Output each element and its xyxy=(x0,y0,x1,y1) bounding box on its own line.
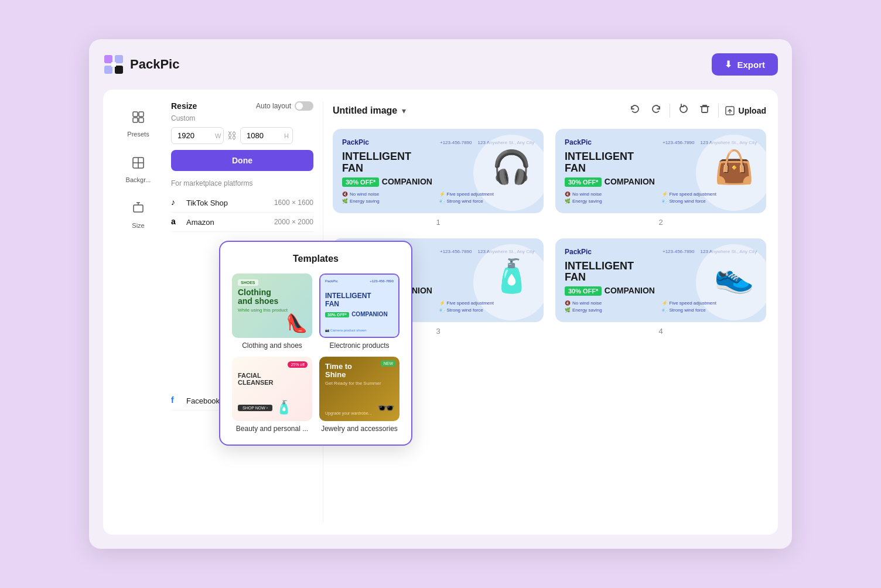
auto-layout-switch[interactable] xyxy=(295,101,313,111)
custom-label: Custom xyxy=(171,114,313,122)
card-brand-1: PackPic xyxy=(342,138,369,146)
amazon-icon: a xyxy=(171,217,182,227)
svg-rect-5 xyxy=(133,112,138,117)
jewelry-product: 🕶️ xyxy=(377,400,395,416)
template-card-jewelry[interactable]: NEW Time toShine Get Ready for the Summe… xyxy=(319,357,399,433)
header: PackPic ⬇ Export xyxy=(103,53,778,76)
height-label: H xyxy=(284,132,289,139)
chevron-down-icon: ▾ xyxy=(402,106,406,115)
tool-divider-2 xyxy=(718,104,719,118)
marketplace-label: For marketplace platforms xyxy=(171,179,313,187)
canvas-card-1[interactable]: PackPic +123-456-7890 123 Anywhere St., … xyxy=(333,129,544,213)
elec-headline: INTELLIGENTFAN 30% OFF* COMPANION xyxy=(325,292,394,318)
platform-left-amazon: a Amazon xyxy=(171,217,214,227)
card-companion-4: COMPANION xyxy=(605,286,655,295)
shoes-subtitle: While using this product xyxy=(238,307,306,313)
beauty-template-label: Beauty and personal ... xyxy=(232,425,312,433)
beauty-badge: 25% off xyxy=(288,361,308,368)
delete-button[interactable] xyxy=(697,101,712,119)
template-card-electronic[interactable]: PackPic +123-456-7890 INTELLIGENTFAN 30%… xyxy=(319,274,399,350)
card-headline-2: INTELLIGENT FAN xyxy=(565,151,628,175)
template-card-shoes[interactable]: SHOES Clothingand shoes While using this… xyxy=(232,274,312,350)
card-discount-4: 30% OFF* xyxy=(565,286,602,296)
main-layout: Presets Backgr... xyxy=(103,90,778,535)
tool-divider-1 xyxy=(670,104,670,118)
tiktok-name: TikTok Shop xyxy=(186,199,228,207)
redo-button[interactable] xyxy=(648,101,664,119)
canvas-title: Untitled image xyxy=(333,105,397,116)
facebook-icon: f xyxy=(171,395,182,406)
card-brand-2: PackPic xyxy=(565,138,592,146)
card-discount-1: 30% OFF* xyxy=(342,177,379,187)
logo: PackPic xyxy=(103,54,179,75)
card-features-4: 🔇No wind noise ⚡Five speed adjustment 🌿E… xyxy=(565,300,757,313)
canvas-card-2[interactable]: PackPic +123-456-7890 123 Anywhere St., … xyxy=(555,129,766,213)
svg-rect-2 xyxy=(104,66,112,74)
size-label: Size xyxy=(132,222,144,229)
refresh-button[interactable] xyxy=(676,101,691,119)
platform-tiktok[interactable]: ♪ TikTok Shop 1600 × 1600 xyxy=(171,193,313,213)
canvas-item-num-1: 1 xyxy=(436,218,440,227)
template-card-beauty[interactable]: 25% off FACIALCLEANSER SHOP NOW › 🧴 Beau… xyxy=(232,357,312,433)
size-icon xyxy=(132,202,145,218)
platform-amazon[interactable]: a Amazon 2000 × 2000 xyxy=(171,213,313,232)
canvas-card-4[interactable]: PackPic +123-456-7890 123 Anywhere St., … xyxy=(555,238,766,323)
sidebar-item-size[interactable]: Size xyxy=(118,197,158,234)
canvas-header: Untitled image ▾ xyxy=(333,101,766,119)
templates-grid: SHOES Clothingand shoes While using this… xyxy=(232,274,399,433)
svg-rect-0 xyxy=(104,55,112,63)
card-features-2: 🔇No wind noise ⚡Five speed adjustment 🌿E… xyxy=(565,192,757,204)
svg-rect-6 xyxy=(133,118,138,122)
beauty-footer: SHOP NOW › 🧴 xyxy=(238,400,306,415)
dimension-inputs: W ⛓ H xyxy=(171,127,313,144)
presets-label: Presets xyxy=(127,131,149,138)
auto-layout-toggle[interactable]: Auto layout xyxy=(256,101,313,111)
jewelry-new-badge: NEW xyxy=(381,360,396,367)
canvas-item-num-4: 4 xyxy=(658,327,663,336)
card-headline-1: INTELLIGENT FAN xyxy=(342,151,405,175)
card-product-2: 👜 xyxy=(708,141,760,193)
canvas-title-group[interactable]: Untitled image ▾ xyxy=(333,105,406,116)
svg-rect-13 xyxy=(134,205,143,212)
upload-button[interactable]: Upload xyxy=(725,105,766,116)
shoes-tag: SHOES xyxy=(238,279,258,286)
card-features-1: 🔇No wind noise ⚡Five speed adjustment 🌿E… xyxy=(342,192,534,204)
template-thumb-electronic: PackPic +123-456-7890 INTELLIGENTFAN 30%… xyxy=(319,274,399,338)
done-button[interactable]: Done xyxy=(171,150,313,171)
svg-rect-8 xyxy=(139,118,144,122)
beauty-content: FACIALCLEANSER xyxy=(238,372,306,386)
sidebar-item-presets[interactable]: Presets xyxy=(118,106,158,142)
card-product-4: 👟 xyxy=(708,250,760,303)
app-title: PackPic xyxy=(130,57,179,72)
card-brand-4: PackPic xyxy=(565,248,592,256)
width-input[interactable] xyxy=(177,131,213,140)
electronic-template-label: Electronic products xyxy=(319,341,399,350)
height-input-container: H xyxy=(240,127,293,144)
shoes-product-img: 👠 xyxy=(286,313,308,333)
card-product-3: 🧴 xyxy=(485,250,538,303)
width-input-container: W xyxy=(171,127,224,144)
resize-label: Resize xyxy=(171,101,197,111)
card-product-1: 🎧 xyxy=(485,141,538,193)
svg-rect-1 xyxy=(115,55,123,63)
phone-2: +123-456-7890 xyxy=(663,140,695,145)
template-thumb-beauty: 25% off FACIALCLEANSER SHOP NOW › 🧴 xyxy=(232,357,312,421)
elec-features: 📷 Camera product shown xyxy=(325,328,394,332)
card-discount-2: 30% OFF* xyxy=(565,177,602,187)
tiktok-size: 1600 × 1600 xyxy=(274,199,313,207)
sidebar: Presets Backgr... xyxy=(115,101,162,523)
canvas-item-1: PackPic +123-456-7890 123 Anywhere St., … xyxy=(333,129,544,227)
canvas-item-4: PackPic +123-456-7890 123 Anywhere St., … xyxy=(555,238,766,336)
app-container: PackPic ⬇ Export Presets xyxy=(89,39,792,549)
export-button[interactable]: ⬇ Export xyxy=(712,53,778,76)
undo-button[interactable] xyxy=(627,101,643,119)
svg-rect-3 xyxy=(115,66,123,74)
height-input[interactable] xyxy=(247,131,282,140)
logo-icon xyxy=(103,54,124,75)
amazon-name: Amazon xyxy=(186,218,214,227)
sidebar-item-background[interactable]: Backgr... xyxy=(118,152,158,188)
svg-rect-16 xyxy=(702,107,708,112)
presets-icon xyxy=(132,111,145,127)
canvas-item-num-3: 3 xyxy=(436,327,440,336)
template-thumb-shoes: SHOES Clothingand shoes While using this… xyxy=(232,274,312,338)
